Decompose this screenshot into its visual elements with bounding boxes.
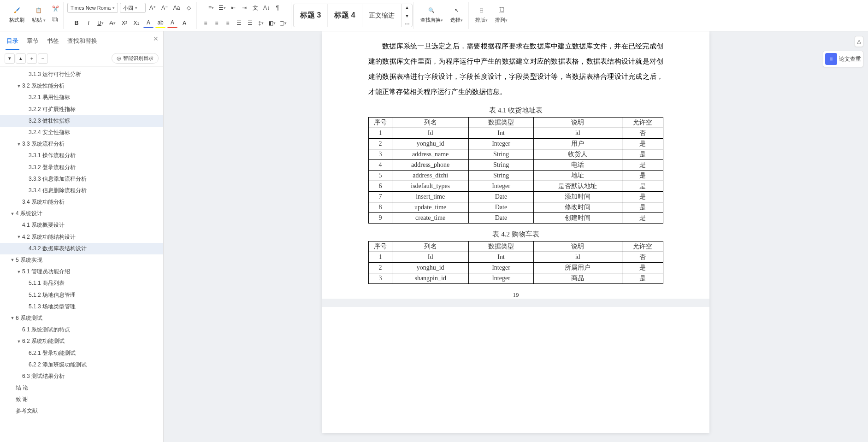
select-button[interactable]: ↖ 选择▾ xyxy=(448,3,466,25)
borders-icon[interactable]: ▢▾ xyxy=(278,18,288,28)
text-direction-icon[interactable]: 文 xyxy=(250,3,260,13)
toc-item[interactable]: 3.3.3 信息添加流程分析 xyxy=(0,173,163,185)
toc-item[interactable]: 6.2.1 登录功能测试 xyxy=(0,348,163,359)
toc-expand-down-icon[interactable]: ▾ xyxy=(5,53,15,64)
italic-icon[interactable]: I xyxy=(83,18,94,28)
paste-button[interactable]: 📋 粘贴 ▾ xyxy=(29,3,48,25)
show-marks-icon[interactable]: ¶ xyxy=(272,3,283,13)
align-justify-icon[interactable]: ☰ xyxy=(234,18,244,28)
toc-item[interactable]: ▼5 系统实现 xyxy=(0,254,163,266)
font-color2-icon[interactable]: A xyxy=(167,18,177,28)
table-cell: 4 xyxy=(369,160,392,171)
toc-item[interactable]: 4.3.2 数据库表结构设计 xyxy=(0,243,163,254)
toc-item[interactable]: 6.1 系统测试的特点 xyxy=(0,324,163,336)
target-icon: ◎ xyxy=(117,55,121,61)
toc-item[interactable]: ▼6.2 系统功能测试 xyxy=(0,336,163,347)
style-heading4[interactable]: 标题 4 xyxy=(328,4,362,27)
highlight-icon[interactable]: ab xyxy=(155,18,165,28)
table-cell: address_name xyxy=(392,149,469,160)
toc-item[interactable]: 3.2.4 安全性指标 xyxy=(0,127,163,138)
tab-toc[interactable]: 目录 xyxy=(6,35,19,50)
numbering-icon[interactable]: ☰▾ xyxy=(217,3,227,13)
tab-chapter[interactable]: 章节 xyxy=(26,35,40,50)
toc-item[interactable]: ▼6 系统测试 xyxy=(0,312,163,324)
increase-font-icon[interactable]: A⁺ xyxy=(148,3,158,13)
style-up-icon[interactable]: ▴ xyxy=(402,4,412,12)
toc-item[interactable]: 3.3.2 登录流程分析 xyxy=(0,162,163,173)
toc-item[interactable]: ▼3.3 系统流程分析 xyxy=(0,138,163,150)
style-heading3[interactable]: 标题 3 xyxy=(294,4,328,27)
table-header-cell: 数据类型 xyxy=(469,118,534,128)
toc-remove-icon[interactable]: − xyxy=(38,53,48,64)
copy-icon[interactable]: ⿻ xyxy=(50,15,60,25)
toc-item[interactable]: 6.2.2 添加班级功能测试 xyxy=(0,359,163,371)
underline-icon[interactable]: U▾ xyxy=(95,18,106,28)
toc-item[interactable]: 3.1.3 运行可行性分析 xyxy=(0,69,163,80)
smart-toc-button[interactable]: ◎ 智能识别目录 xyxy=(112,53,159,64)
toc-item-label: 5.1.2 场地信息管理 xyxy=(29,291,76,300)
strikethrough-icon[interactable]: A▾ xyxy=(107,18,118,28)
toc-item[interactable]: 5.1.2 场地信息管理 xyxy=(0,289,163,301)
arrange-button[interactable]: ⿺ 排列▾ xyxy=(492,3,510,25)
sort-icon[interactable]: A↓ xyxy=(261,3,272,13)
increase-indent-icon[interactable]: ⇥ xyxy=(239,3,249,13)
toc-item[interactable]: 参考文献 xyxy=(0,405,163,417)
style-more-icon[interactable]: ⋯ xyxy=(402,20,412,28)
toc-item[interactable]: ▼4 系统设计 xyxy=(0,208,163,219)
toc-item-label: 结 论 xyxy=(16,383,28,392)
toc-item[interactable]: 5.1.3 场地类型管理 xyxy=(0,301,163,312)
find-replace-button[interactable]: 🔍 查找替换▾ xyxy=(418,3,446,25)
char-border-icon[interactable]: A̲ xyxy=(179,18,189,28)
table-cell: 是 xyxy=(622,192,663,202)
table-cell: address_phone xyxy=(392,160,469,171)
change-case-icon[interactable]: Aa xyxy=(171,3,182,13)
toc-item[interactable]: 3.2.1 易用性指标 xyxy=(0,92,163,103)
align-right-icon[interactable]: ≡ xyxy=(223,18,233,28)
decrease-font-icon[interactable]: A⁻ xyxy=(159,3,170,13)
toc-item[interactable]: 3.2.3 健壮性指标 xyxy=(0,115,163,127)
toc-item[interactable]: 3.3.4 信息删除流程分析 xyxy=(0,185,163,196)
toc-item[interactable]: 3.4 系统功能分析 xyxy=(0,196,163,208)
toc-item[interactable]: 致 谢 xyxy=(0,394,163,405)
style-body-indent[interactable]: 正文缩进 xyxy=(362,4,402,27)
shading-icon[interactable]: ◧▾ xyxy=(267,18,277,28)
decrease-indent-icon[interactable]: ⇤ xyxy=(228,3,238,13)
bold-icon[interactable]: B xyxy=(71,18,82,28)
toc-item[interactable]: 3.2.2 可扩展性指标 xyxy=(0,104,163,115)
chevron-icon: ▼ xyxy=(16,338,22,345)
table-row: 8update_timeDate修改时间是 xyxy=(369,202,663,213)
close-icon[interactable]: ✕ xyxy=(153,35,159,42)
subscript-icon[interactable]: X₂ xyxy=(131,18,142,28)
tab-bookmark[interactable]: 书签 xyxy=(46,35,60,50)
toc-item[interactable]: ▼3.2 系统性能分析 xyxy=(0,80,163,92)
toc-item[interactable]: 4.1 系统概要设计 xyxy=(0,219,163,231)
align-left-icon[interactable]: ≡ xyxy=(201,18,211,28)
collapse-rail-button[interactable]: △ xyxy=(855,36,863,47)
toc-item[interactable]: 3.3.1 操作流程分析 xyxy=(0,150,163,161)
toc-collapse-up-icon[interactable]: ▴ xyxy=(16,53,26,64)
superscript-icon[interactable]: X² xyxy=(119,18,130,28)
align-center-icon[interactable]: ≡ xyxy=(212,18,222,28)
layout-button[interactable]: ⌸ 排版▾ xyxy=(472,3,490,25)
cut-icon[interactable]: ✂️ xyxy=(50,4,60,14)
bullets-icon[interactable]: ≡▾ xyxy=(206,3,216,13)
document-viewport[interactable]: 数据库系统一旦选定之后，需要根据程序要求在数据库中建立数据库文件，并在已经完成创… xyxy=(164,31,868,442)
clear-format-icon[interactable]: ◇ xyxy=(183,3,194,13)
tab-find-replace[interactable]: 查找和替换 xyxy=(66,35,98,50)
font-size-select[interactable]: 小四▾ xyxy=(120,3,146,13)
toc-add-icon[interactable]: + xyxy=(27,53,37,64)
toc-item[interactable]: ▼5.1 管理员功能介绍 xyxy=(0,266,163,277)
toc-item[interactable]: 6.3 测试结果分析 xyxy=(0,371,163,382)
style-down-icon[interactable]: ▾ xyxy=(402,12,412,20)
format-painter-button[interactable]: 🖌️ 格式刷 xyxy=(6,3,27,25)
toc-item[interactable]: 结 论 xyxy=(0,382,163,394)
align-distribute-icon[interactable]: ☰ xyxy=(245,18,255,28)
font-family-select[interactable]: Times New Roma▾ xyxy=(67,3,118,13)
paper-check-button[interactable]: ≡ 论文查重 xyxy=(823,51,863,67)
toc-item-label: 4.3.2 数据库表结构设计 xyxy=(29,244,87,253)
toc-item[interactable]: ▼4.2 系统功能结构设计 xyxy=(0,231,163,243)
line-spacing-icon[interactable]: ‡▾ xyxy=(256,18,266,28)
font-color-icon[interactable]: A xyxy=(143,18,154,28)
toc-item[interactable]: 5.1.1 商品列表 xyxy=(0,277,163,289)
table-cell: 收货人 xyxy=(533,149,622,160)
